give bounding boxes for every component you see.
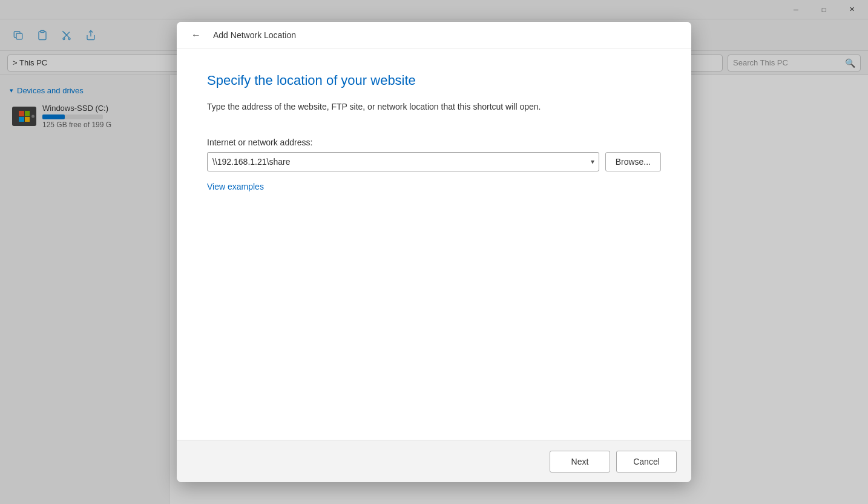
browse-button[interactable]: Browse...: [605, 152, 661, 171]
dialog-description: Type the address of the website, FTP sit…: [207, 101, 661, 113]
dialog-footer: Next Cancel: [177, 440, 691, 482]
view-examples-link[interactable]: View examples: [207, 182, 264, 191]
dialog-body: Specify the location of your website Typ…: [177, 48, 691, 440]
add-network-location-dialog: ← Add Network Location Specify the locat…: [177, 22, 691, 482]
cancel-button[interactable]: Cancel: [616, 451, 677, 472]
address-label: Internet or network address:: [207, 138, 661, 147]
dialog-heading: Specify the location of your website: [207, 73, 661, 88]
dialog-titlebar: ← Add Network Location: [177, 22, 691, 48]
back-button[interactable]: ←: [186, 25, 206, 45]
address-select-wrapper[interactable]: \\192.168.1.21\share ▾: [207, 152, 599, 171]
next-button[interactable]: Next: [550, 451, 610, 472]
address-select[interactable]: \\192.168.1.21\share: [207, 152, 599, 171]
dialog-title-label: Add Network Location: [213, 30, 296, 40]
dialog-overlay: ← Add Network Location Specify the locat…: [0, 0, 868, 504]
address-form-row: \\192.168.1.21\share ▾ Browse...: [207, 152, 661, 171]
